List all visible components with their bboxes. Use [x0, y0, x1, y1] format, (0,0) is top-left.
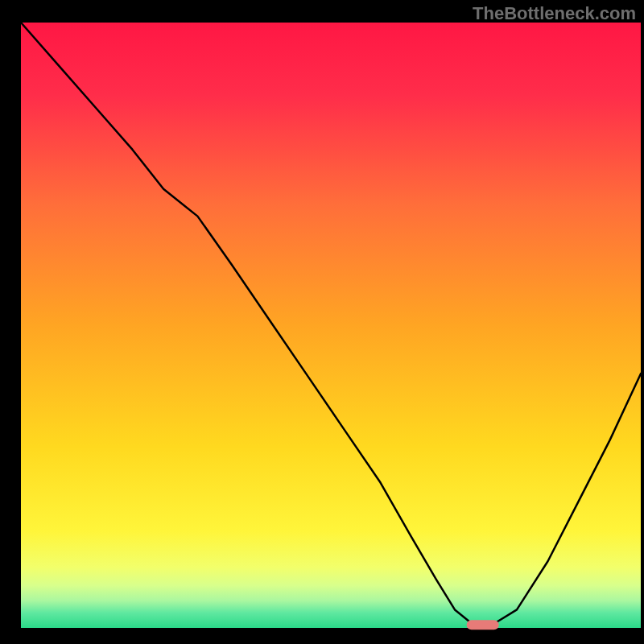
attribution-label: TheBottleneck.com: [473, 3, 636, 24]
plot-background: [21, 23, 641, 628]
chart-svg: [0, 0, 644, 644]
optimal-marker: [467, 620, 499, 630]
bottleneck-chart: TheBottleneck.com: [0, 0, 644, 644]
